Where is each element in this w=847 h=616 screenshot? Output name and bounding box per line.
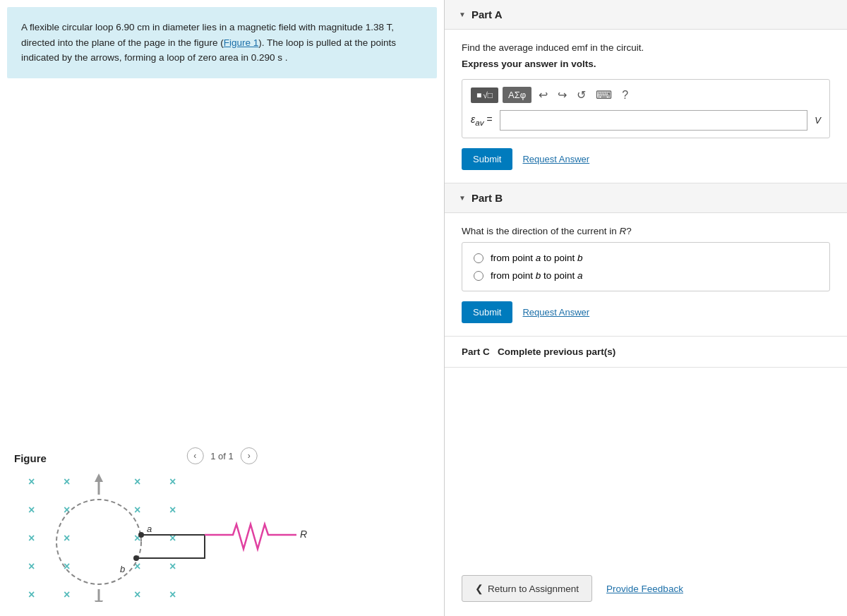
figure-next-button[interactable]: › xyxy=(241,447,258,464)
svg-text:×: × xyxy=(169,588,176,600)
physics-diagram: × × × × × × × × × × × × × × × × xyxy=(14,468,367,602)
figure-label: Figure xyxy=(14,452,47,464)
part-a-instruction: Express your answer in volts. xyxy=(462,59,830,69)
svg-text:×: × xyxy=(134,476,140,488)
part-a-content: Find the average induced emf in the circ… xyxy=(445,30,847,183)
part-c-label: Part C xyxy=(462,346,495,357)
part-a-question: Find the average induced emf in the circ… xyxy=(462,42,830,53)
svg-text:×: × xyxy=(169,476,176,488)
part-b-option-1-label: from point a to point b xyxy=(491,253,583,263)
part-b-option-2[interactable]: from point b to point a xyxy=(474,270,818,281)
svg-text:×: × xyxy=(64,476,70,488)
part-b-label: Part B xyxy=(471,192,503,204)
part-a-header: ▼ Part A xyxy=(445,0,847,30)
undo-button[interactable]: ↩ xyxy=(536,87,551,103)
svg-text:×: × xyxy=(28,560,35,572)
part-a-unit: V xyxy=(815,115,821,126)
provide-feedback-button[interactable]: Provide Feedback xyxy=(606,584,683,594)
right-panel: ▼ Part A Find the average induced emf in… xyxy=(445,0,847,616)
return-label: Return to Assignment xyxy=(488,584,579,594)
svg-marker-22 xyxy=(95,473,103,482)
svg-text:a: a xyxy=(147,524,152,534)
help-button[interactable]: ? xyxy=(619,87,631,103)
left-panel: A flexible circular loop 6.90 cm in diam… xyxy=(0,0,445,616)
svg-text:×: × xyxy=(28,476,35,488)
svg-text:×: × xyxy=(134,504,140,516)
part-a-toolbar: ■ √□ ΑΣφ ↩ ↪ ↺ ⌨ ? xyxy=(471,87,821,103)
part-b-option-2-label: from point b to point a xyxy=(491,270,583,281)
return-to-assignment-button[interactable]: ❮ Return to Assignment xyxy=(462,575,592,602)
formula-icon: ■ xyxy=(476,90,481,100)
svg-text:×: × xyxy=(134,588,140,600)
keyboard-button[interactable]: ⌨ xyxy=(593,87,615,103)
redo-button[interactable]: ↪ xyxy=(555,87,570,103)
part-b-content: What is the direction of the current in … xyxy=(445,213,847,337)
svg-marker-24 xyxy=(95,600,103,602)
part-a-submit-button[interactable]: Submit xyxy=(462,148,512,170)
figure-navigation: ‹ 1 of 1 › xyxy=(186,447,258,464)
part-b-header: ▼ Part B xyxy=(445,183,847,213)
part-a-input-row: εav = V xyxy=(471,110,821,131)
part-b-actions: Submit Request Answer xyxy=(462,301,830,323)
part-a-request-answer-button[interactable]: Request Answer xyxy=(522,154,589,164)
part-b-collapse-icon[interactable]: ▼ xyxy=(459,194,466,202)
svg-text:×: × xyxy=(134,560,140,572)
figure-diagram: × × × × × × × × × × × × × × × × xyxy=(14,468,367,602)
svg-text:×: × xyxy=(169,504,176,516)
svg-text:×: × xyxy=(28,532,35,544)
symbol-button[interactable]: ΑΣφ xyxy=(503,87,531,103)
part-b-submit-button[interactable]: Submit xyxy=(462,301,512,323)
problem-statement: A flexible circular loop 6.90 cm in diam… xyxy=(7,7,437,78)
formula-sqrt-icon: √□ xyxy=(483,90,493,100)
part-a-math-label: εav = xyxy=(471,114,493,127)
part-c-status: Complete previous part(s) xyxy=(498,346,615,357)
part-b-radio-2[interactable] xyxy=(474,271,483,281)
part-b-question: What is the direction of the current in … xyxy=(462,226,830,236)
svg-text:×: × xyxy=(64,588,70,600)
svg-text:R: R xyxy=(300,529,307,540)
return-chevron-icon: ❮ xyxy=(475,583,483,594)
svg-text:×: × xyxy=(28,588,35,600)
formula-button[interactable]: ■ √□ xyxy=(471,87,498,103)
svg-text:×: × xyxy=(169,560,176,572)
figure-prev-button[interactable]: ‹ xyxy=(186,447,203,464)
part-a-label: Part A xyxy=(471,8,503,20)
problem-text-content: A flexible circular loop 6.90 cm in diam… xyxy=(21,22,396,63)
part-b-option-1[interactable]: from point a to point b xyxy=(474,253,818,263)
part-a-answer-box: ■ √□ ΑΣφ ↩ ↪ ↺ ⌨ ? εav = V xyxy=(462,79,830,138)
part-a-collapse-icon[interactable]: ▼ xyxy=(459,11,466,18)
part-a-input[interactable] xyxy=(500,110,808,131)
figure-area: Figure ‹ 1 of 1 › × × × × × × × × × xyxy=(0,85,444,616)
part-c-header: Part C Complete previous part(s) xyxy=(445,337,847,368)
figure-link[interactable]: Figure 1 xyxy=(224,37,259,48)
part-b-radio-1[interactable] xyxy=(474,253,483,263)
svg-text:×: × xyxy=(28,504,35,516)
part-b-options-box: from point a to point b from point b to … xyxy=(462,242,830,291)
refresh-button[interactable]: ↺ xyxy=(574,87,589,103)
part-b-request-answer-button[interactable]: Request Answer xyxy=(522,307,589,318)
svg-text:×: × xyxy=(64,532,70,544)
bottom-actions: ❮ Return to Assignment Provide Feedback xyxy=(445,561,847,616)
part-a-actions: Submit Request Answer xyxy=(462,148,830,170)
svg-text:b: b xyxy=(120,564,125,574)
svg-text:×: × xyxy=(169,532,176,544)
figure-page-indicator: 1 of 1 xyxy=(210,451,234,461)
